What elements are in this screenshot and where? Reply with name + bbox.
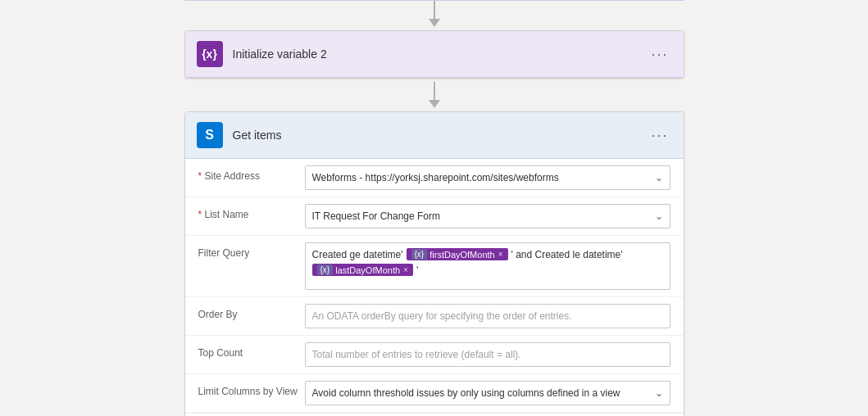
filter-token-1[interactable]: {x} firstDayOfMonth × [407, 248, 508, 260]
order-by-row: Order By An ODATA orderBy query for spec… [185, 297, 684, 336]
list-name-chevron: ⌄ [655, 210, 663, 222]
list-name-label: * List Name [198, 204, 305, 220]
top-count-placeholder: Total number of entries to retrieve (def… [312, 349, 521, 360]
filter-line-1: Created ge datetime' {x} firstDayOfMonth… [312, 248, 663, 260]
token1-label: firstDayOfMonth [429, 250, 494, 260]
order-by-label: Order By [198, 304, 305, 320]
token2-label: lastDayOfMonth [335, 265, 400, 275]
list-name-text: IT Request For Change Form [312, 210, 441, 222]
initialize-variable-card: {x} Initialize variable 2 ··· [184, 30, 684, 79]
token2-close[interactable]: × [403, 265, 408, 274]
site-address-text: Webforms - https://yorksj.sharepoint.com… [312, 172, 559, 183]
filter-prefix: Created ge datetime' [312, 249, 403, 260]
init-card-title: Initialize variable 2 [233, 47, 648, 61]
filter-query-label: Filter Query [198, 242, 305, 259]
hide-advanced-options[interactable]: Hide advanced options ⌃ [185, 413, 684, 416]
limit-columns-row: Limit Columns by View Avoid column thres… [185, 374, 684, 413]
site-address-row: * Site Address Webforms - https://yorksj… [185, 159, 684, 197]
list-name-value[interactable]: IT Request For Change Form ⌄ [305, 204, 670, 228]
filter-between: ' and Created le datetime' [511, 249, 623, 260]
connector-1 [429, 1, 440, 27]
limit-columns-text: Avoid column threshold issues by only us… [312, 387, 620, 399]
order-by-value[interactable]: An ODATA orderBy query for specifying th… [305, 304, 670, 328]
get-items-header: S Get items ··· [185, 112, 684, 159]
sharepoint-icon: S [197, 122, 223, 148]
token1-close[interactable]: × [498, 250, 503, 259]
top-count-label: Top Count [198, 342, 305, 359]
limit-columns-value[interactable]: Avoid column threshold issues by only us… [305, 381, 670, 405]
get-items-more-button[interactable]: ··· [648, 128, 671, 142]
get-items-body: * Site Address Webforms - https://yorksj… [185, 159, 684, 416]
order-by-placeholder: An ODATA orderBy query for specifying th… [312, 310, 572, 322]
sharepoint-icon-text: S [205, 128, 214, 142]
init-icon-text: {x} [202, 47, 217, 61]
site-address-label: * Site Address [198, 165, 305, 182]
get-items-title: Get items [233, 129, 648, 142]
filter-suffix: ' [416, 265, 418, 276]
top-count-value[interactable]: Total number of entries to retrieve (def… [305, 342, 670, 367]
init-icon: {x} [197, 41, 223, 67]
filter-line-2: {x} lastDayOfMonth × ' [312, 264, 663, 276]
filter-query-field[interactable]: Created ge datetime' {x} firstDayOfMonth… [305, 242, 670, 290]
init-card-header: {x} Initialize variable 2 ··· [185, 31, 684, 78]
filter-token-2[interactable]: {x} lastDayOfMonth × [312, 264, 413, 276]
top-count-row: Top Count Total number of entries to ret… [185, 336, 684, 374]
site-address-value[interactable]: Webforms - https://yorksj.sharepoint.com… [305, 165, 670, 190]
limit-columns-label: Limit Columns by View [198, 381, 305, 397]
filter-query-row: Filter Query Created ge datetime' {x} fi… [185, 236, 684, 297]
list-name-row: * List Name IT Request For Change Form ⌄ [185, 197, 684, 236]
get-items-card: S Get items ··· * Site Address Webforms … [184, 111, 684, 416]
site-address-chevron: ⌄ [655, 172, 663, 183]
init-more-button[interactable]: ··· [648, 47, 671, 61]
limit-columns-chevron: ⌄ [655, 387, 663, 399]
token2-icon: {x} [317, 265, 334, 275]
connector-2 [429, 82, 440, 108]
token1-icon: {x} [411, 249, 428, 260]
